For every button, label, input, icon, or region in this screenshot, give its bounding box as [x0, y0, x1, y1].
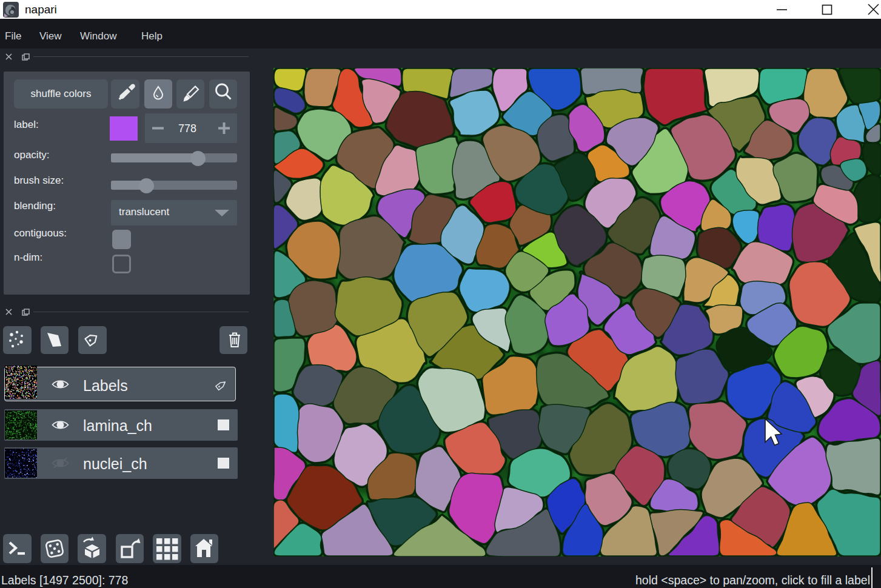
svg-text:778: 778 [178, 122, 196, 135]
